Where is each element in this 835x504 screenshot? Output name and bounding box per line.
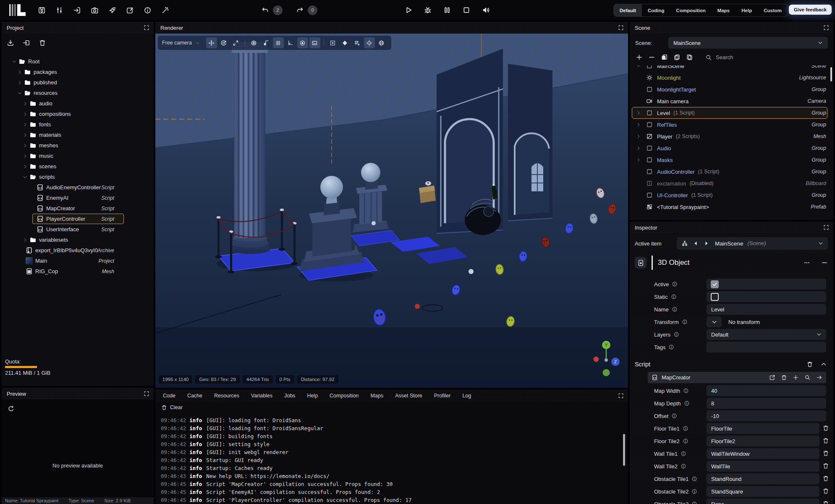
expand-icon[interactable] xyxy=(144,391,149,397)
chevron-right-icon[interactable] xyxy=(23,133,28,138)
chevron-down-icon[interactable] xyxy=(12,59,17,64)
prop-value-field[interactable]: Rope xyxy=(707,499,819,504)
scale-tool-button[interactable] xyxy=(230,37,241,48)
tree-item-scenes[interactable]: scenes xyxy=(2,161,154,172)
trash-icon[interactable] xyxy=(806,361,813,368)
transform-expander[interactable] xyxy=(707,316,722,327)
tree-item-mapcreator[interactable]: MapCreatorScript xyxy=(2,203,154,214)
chevron-down-icon[interactable] xyxy=(23,175,28,180)
hierarchy-icon[interactable] xyxy=(681,240,688,247)
tree-item-audio[interactable]: audio xyxy=(2,98,154,109)
debug-bug-icon[interactable] xyxy=(424,6,432,14)
trash-icon[interactable] xyxy=(822,425,829,431)
launch-rocket-icon[interactable] xyxy=(108,6,116,14)
tab-default[interactable]: Default xyxy=(614,4,642,16)
scene-item-tutorial-spraypaint[interactable]: <Tutorial Spraypaint>Prefab xyxy=(630,201,833,213)
move-tool-button[interactable] xyxy=(206,37,217,48)
remove-icon[interactable] xyxy=(648,54,655,61)
chevron-right-icon[interactable] xyxy=(23,164,28,169)
tree-item-userinterface[interactable]: UserInterfaceScript xyxy=(2,224,154,235)
axes-button[interactable] xyxy=(285,37,296,48)
trash-icon[interactable] xyxy=(822,462,829,469)
play-icon[interactable] xyxy=(404,6,413,14)
import-asset-icon[interactable] xyxy=(23,39,30,47)
scene-item-main-camera[interactable]: Main cameraCamera xyxy=(630,95,833,107)
magic-wand-icon[interactable] xyxy=(161,6,169,14)
expand-icon[interactable] xyxy=(823,25,829,31)
add-icon[interactable] xyxy=(793,374,799,381)
redo-icon[interactable] xyxy=(296,6,304,14)
tree-item-root[interactable]: Root xyxy=(2,56,154,67)
paint-sphere-button[interactable] xyxy=(297,37,308,48)
refresh-icon[interactable] xyxy=(8,405,15,413)
back-arrow-icon[interactable] xyxy=(692,240,699,247)
tab-maps[interactable]: Maps xyxy=(365,393,390,399)
trash-icon[interactable] xyxy=(822,475,829,482)
tree-item-scripts[interactable]: scripts xyxy=(2,172,154,182)
tree-item-enemyai[interactable]: EnemyAIScript xyxy=(2,193,154,203)
name-field[interactable] xyxy=(707,304,826,315)
tab-code[interactable]: Code xyxy=(157,393,181,399)
tree-item-main-project[interactable]: MainProject xyxy=(2,256,154,266)
forward-arrow-icon[interactable] xyxy=(703,240,710,247)
tab-profiler[interactable]: Profiler xyxy=(428,393,457,399)
static-checkbox[interactable] xyxy=(711,293,719,301)
prop-value-field[interactable]: 40 xyxy=(707,385,826,396)
trash-icon[interactable] xyxy=(822,500,829,504)
scene-select-dropdown[interactable]: MainScene xyxy=(668,37,828,49)
tab-log[interactable]: Log xyxy=(456,393,477,399)
tab-maps[interactable]: Maps xyxy=(712,4,736,16)
trash-icon[interactable] xyxy=(39,39,46,47)
tab-cache[interactable]: Cache xyxy=(181,393,208,399)
tab-jobs[interactable]: Jobs xyxy=(278,393,301,399)
tree-item-music[interactable]: music xyxy=(2,151,154,161)
chevron-right-icon[interactable] xyxy=(23,122,28,127)
layers-dropdown[interactable]: Default xyxy=(707,329,826,340)
copy-icon[interactable] xyxy=(673,54,681,61)
give-feedback-button[interactable]: Give feedback xyxy=(789,5,832,15)
chevron-right-icon[interactable] xyxy=(17,80,22,85)
camera-mode-select[interactable]: Free camera xyxy=(162,40,205,46)
search-input[interactable] xyxy=(716,54,766,60)
scene-item-moonlighttarget[interactable]: MoonlightTargetGroup xyxy=(630,84,833,95)
tags-field[interactable] xyxy=(707,342,826,353)
expand-icon[interactable] xyxy=(618,25,624,31)
tags-input[interactable] xyxy=(711,344,822,350)
open-external-icon[interactable] xyxy=(769,374,775,381)
trash-icon[interactable] xyxy=(822,488,829,494)
tree-item-compositions[interactable]: compositions xyxy=(2,109,154,119)
clear-log-button[interactable]: Clear xyxy=(161,405,183,410)
save-icon[interactable] xyxy=(38,6,46,14)
chevron-right-icon[interactable] xyxy=(23,101,28,106)
scene-item-moonlight[interactable]: MoonlightLightsource xyxy=(630,72,833,84)
scene-item-masks[interactable]: MasksGroup xyxy=(630,154,833,166)
expand-icon[interactable] xyxy=(144,25,149,31)
paste-icon[interactable] xyxy=(686,54,693,61)
tab-help[interactable]: Help xyxy=(301,393,324,399)
edit-icon[interactable] xyxy=(126,6,134,14)
add-icon[interactable] xyxy=(636,54,643,61)
tree-item-variablesets[interactable]: variablesets xyxy=(2,235,154,245)
tree-item-published[interactable]: published xyxy=(2,77,154,88)
focus-button[interactable] xyxy=(364,37,375,48)
scene-item-player[interactable]: Player(2 Scripts)Mesh xyxy=(630,131,833,142)
prop-value-field[interactable]: FloorTile2 xyxy=(707,436,819,447)
tab-composition[interactable]: Composition xyxy=(324,393,364,399)
scrollbar-thumb[interactable] xyxy=(830,67,832,81)
tab-help[interactable]: Help xyxy=(736,4,758,16)
chevron-right-icon[interactable] xyxy=(636,157,641,162)
prop-value-field[interactable]: FloorTile xyxy=(707,423,819,434)
import-icon[interactable] xyxy=(73,6,81,14)
scene-item-audiocontroller[interactable]: AudioController(1 Script)Group xyxy=(630,166,833,178)
pause-icon[interactable] xyxy=(443,6,451,14)
globe-button[interactable] xyxy=(376,37,387,48)
active-item-widget[interactable]: MainScene (Scene) xyxy=(677,237,828,250)
expand-icon[interactable] xyxy=(618,393,624,399)
sliders-icon[interactable] xyxy=(55,6,63,14)
prop-value-field[interactable]: WallTileWindow xyxy=(707,448,819,459)
expand-icon[interactable] xyxy=(823,225,829,230)
chevron-up-icon[interactable] xyxy=(820,361,827,368)
prop-value-field[interactable]: WallTile xyxy=(707,461,819,472)
wireframe-button[interactable] xyxy=(249,37,259,48)
tree-item-meshes[interactable]: meshes xyxy=(2,140,154,151)
